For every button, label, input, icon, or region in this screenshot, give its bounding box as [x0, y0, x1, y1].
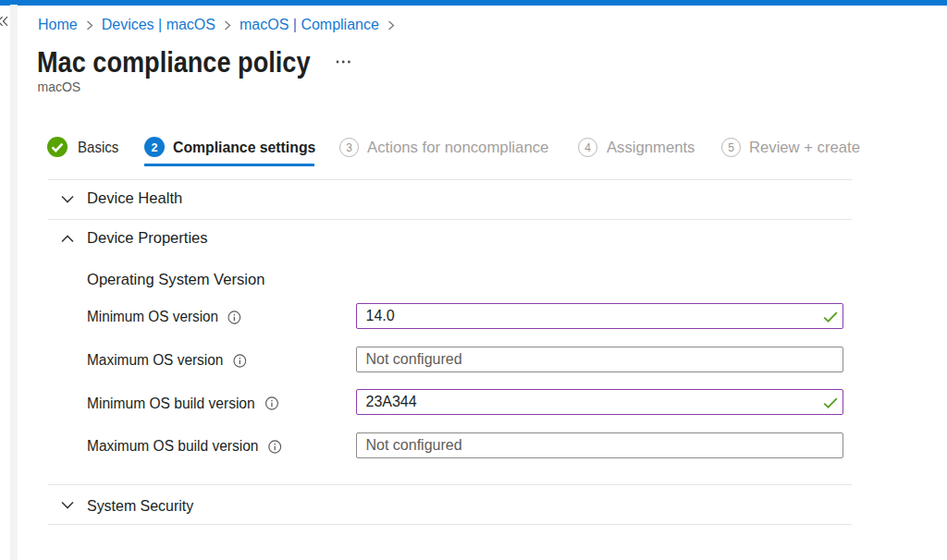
svg-text:2: 2	[152, 141, 158, 154]
